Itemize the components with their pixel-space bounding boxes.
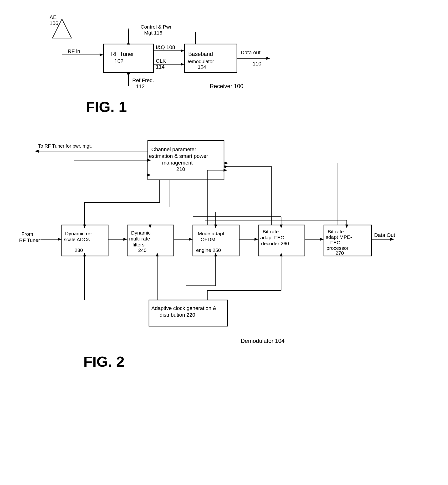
svg-marker-12 <box>127 41 130 45</box>
svg-rect-14 <box>184 44 237 73</box>
svg-marker-29 <box>189 238 193 241</box>
from-rf-label: From <box>21 231 33 237</box>
svg-marker-68 <box>224 169 227 172</box>
fig2-svg: Channel parameter estimation & smart pow… <box>14 133 439 474</box>
ofdm-label: OFDM <box>201 237 216 242</box>
svg-marker-43 <box>83 225 86 228</box>
clk-num: 114 <box>156 64 165 70</box>
ctrl-pwr-label: Control & Pwr <box>141 24 172 30</box>
rf-tuner-num: 102 <box>114 58 123 64</box>
fig1-title: FIG. 1 <box>86 99 127 115</box>
baseband-num: 104 <box>198 64 206 70</box>
adapt-fec-label: adapt FEC <box>260 235 284 240</box>
svg-marker-74 <box>224 162 228 164</box>
from-rf2-label: RF Tuner <box>19 237 40 243</box>
svg-marker-51 <box>214 225 217 228</box>
bitrate-adapt-label: Bit-rate <box>263 229 279 234</box>
dynamic-rescale-label: Dynamic re- <box>65 231 92 236</box>
bitrate-adapt2-label: Bit-rate <box>328 229 344 234</box>
clk-label: CLK <box>156 58 166 64</box>
estimation-label: estimation & smart power <box>149 153 208 159</box>
fig1-svg: AE 106 RF in RF Tuner 102 I&Q 108 CLK 11… <box>14 7 434 121</box>
decoder-label: decoder 260 <box>261 241 289 246</box>
rescale-adcs-label: scale ADCs <box>64 237 90 242</box>
fig1-container: AE 106 RF in RF Tuner 102 I&Q 108 CLK 11… <box>14 7 434 121</box>
svg-rect-4 <box>104 44 153 73</box>
adapt-mpe-label: adapt MPE- <box>326 234 352 240</box>
svg-marker-13 <box>128 28 129 32</box>
num-240-label: 240 <box>138 247 147 253</box>
to-rf-label: To RF Tuner for pwr. mgt. <box>38 143 92 149</box>
page: AE 106 RF in RF Tuner 102 I&Q 108 CLK 11… <box>0 0 448 485</box>
svg-marker-23 <box>58 238 62 241</box>
processor-label: processor <box>327 245 348 251</box>
iq-label: I&Q 108 <box>156 44 175 50</box>
svg-marker-3 <box>100 53 104 56</box>
rf-tuner-label: RF Tuner <box>111 51 134 57</box>
fig2-title: FIG. 2 <box>83 353 124 370</box>
receiver-label: Receiver 100 <box>210 83 243 89</box>
ae-num: 106 <box>49 20 58 26</box>
channel-param-label: Channel parameter <box>151 146 196 152</box>
mode-adapt-label: Mode adapt <box>198 231 224 236</box>
fig2-container: Channel parameter estimation & smart pow… <box>14 133 434 474</box>
svg-marker-32 <box>255 238 258 241</box>
fec-proc-label: FEC <box>330 240 340 245</box>
svg-marker-59 <box>345 225 348 228</box>
filters-label: filters <box>133 242 144 247</box>
ref-freq-label: Ref Freq. <box>132 77 154 83</box>
svg-marker-16 <box>266 57 270 60</box>
svg-marker-78 <box>156 253 159 256</box>
engine-label: engine 250 <box>196 247 221 253</box>
svg-marker-8 <box>181 63 184 66</box>
svg-marker-21 <box>35 150 39 153</box>
demodulator-104-label: Demodulator 104 <box>241 338 285 344</box>
svg-marker-47 <box>149 225 152 228</box>
data-out-num: 110 <box>253 61 261 67</box>
baseband-label: Baseband <box>188 51 213 57</box>
svg-marker-55 <box>280 225 283 228</box>
rf-in-label: RF in <box>68 48 80 54</box>
svg-marker-86 <box>280 253 283 256</box>
distribution-label: distribution 220 <box>160 312 195 318</box>
svg-marker-62 <box>147 159 151 162</box>
svg-marker-35 <box>320 238 324 241</box>
svg-marker-71 <box>224 165 228 168</box>
data-out-label: Data Out <box>374 232 395 238</box>
management-label: management <box>162 160 192 166</box>
svg-marker-38 <box>390 238 394 241</box>
svg-marker-65 <box>147 173 151 176</box>
svg-marker-26 <box>123 238 127 241</box>
multi-rate-label: multi-rate <box>129 236 150 242</box>
ae-label: AE <box>49 14 56 20</box>
num-230-label: 230 <box>75 247 83 253</box>
mgt-label: Mgt 116 <box>144 30 162 35</box>
adaptive-clock-label: Adaptive clock generation & <box>151 305 216 311</box>
num-270-label: 270 <box>336 250 344 256</box>
data-out-label: Data out <box>241 49 260 55</box>
num-210-label: 210 <box>176 166 185 172</box>
demodulator-label: Demodulator <box>185 59 214 64</box>
svg-marker-82 <box>214 253 217 256</box>
svg-marker-76 <box>83 253 86 256</box>
ref-freq-num: 112 <box>136 83 145 89</box>
svg-marker-18 <box>127 73 130 77</box>
dynamic-multi-label: Dynamic <box>131 230 151 235</box>
svg-marker-6 <box>181 49 184 52</box>
